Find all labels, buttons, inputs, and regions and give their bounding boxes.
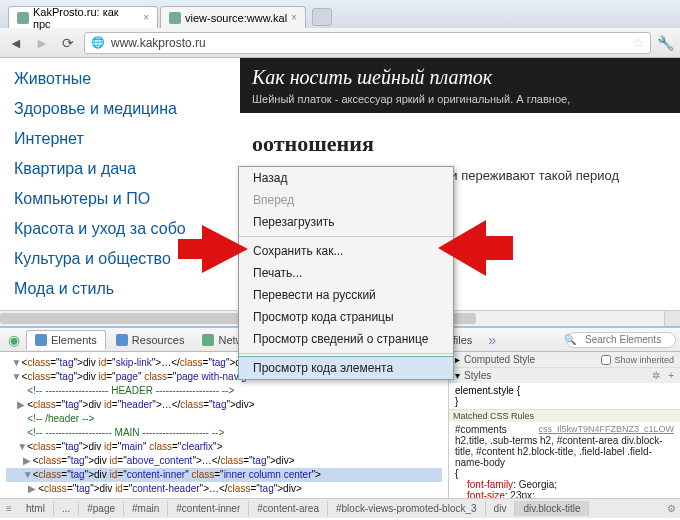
back-button[interactable]: ◄ — [6, 33, 26, 53]
breadcrumb-item[interactable]: ... — [54, 501, 79, 516]
context-menu-item[interactable]: Перезагрузить — [239, 211, 453, 233]
matched-rules-label: Matched CSS Rules — [449, 410, 680, 422]
banner-title: Как носить шейный платок — [252, 66, 668, 89]
css-property[interactable]: font-size: 23px; — [455, 490, 674, 498]
gear-icon[interactable]: ✲ — [652, 370, 660, 381]
devtools-dock-icon[interactable]: ◉ — [4, 330, 24, 350]
context-menu: НазадВпередПерезагрузитьСохранить как...… — [238, 166, 454, 380]
url-text: www.kakprosto.ru — [111, 36, 206, 50]
dom-node[interactable]: ▼<class="tag">div id="content-inner" cla… — [6, 468, 442, 482]
context-menu-item[interactable]: Печать... — [239, 262, 453, 284]
sidebar-link[interactable]: Здоровье и медицина — [14, 94, 226, 124]
computed-style-header[interactable]: ▸ Computed Style Show inherited — [449, 352, 680, 367]
close-icon[interactable]: × — [291, 12, 297, 23]
dom-node[interactable]: ▼<class="tag">div id="main" class="clear… — [6, 440, 442, 454]
breadcrumb-item[interactable]: #content-inner — [168, 501, 249, 516]
dom-node[interactable]: <!-- -------------------- MAIN ---------… — [6, 426, 442, 440]
address-bar: ◄ ► ⟳ 🌐 www.kakprosto.ru ☆ 🔧 — [0, 28, 680, 58]
svg-marker-0 — [178, 225, 248, 273]
globe-icon: 🌐 — [91, 36, 105, 49]
styles-section-header[interactable]: ▾ Styles ✲ + — [449, 368, 680, 383]
resources-icon — [116, 334, 128, 346]
article-banner: Как носить шейный платок Шейный платок -… — [240, 58, 680, 113]
devtools-tab-resources[interactable]: Resources — [108, 331, 193, 349]
dom-node[interactable]: <!-- ------------------- HEADER --------… — [6, 384, 442, 398]
devtools-options-icon[interactable]: ≡ — [0, 503, 18, 514]
close-icon[interactable]: × — [143, 12, 149, 23]
breadcrumb-item[interactable]: html — [18, 501, 54, 516]
element-style-rule[interactable]: element.style { } — [449, 383, 680, 409]
browser-tab-strip: KakProsto.ru: как прс × view-source:www.… — [0, 0, 680, 28]
devtools-styles-pane: ▸ Computed Style Show inherited ▾ Styles… — [448, 352, 680, 498]
dom-node[interactable]: ▶<class="tag">div id="above_content">…</… — [6, 454, 442, 468]
favicon — [169, 12, 181, 24]
breadcrumb-item[interactable]: div — [486, 501, 516, 516]
devtools-settings-icon[interactable]: ⚙ — [662, 503, 680, 514]
breadcrumb-item[interactable]: div.block-title — [515, 501, 589, 516]
scrollbar-right-button[interactable] — [664, 311, 680, 326]
page-viewport: Животные Здоровье и медицина Интернет Кв… — [0, 58, 680, 310]
browser-tab-0[interactable]: KakProsto.ru: как прс × — [8, 6, 158, 28]
rule-source-link[interactable]: css_Il5kwT9N4FFZBNZ3_c1LOW — [538, 424, 674, 434]
favicon — [17, 12, 29, 24]
search-icon: 🔍 — [564, 334, 576, 345]
breadcrumb-item[interactable]: #main — [124, 501, 168, 516]
sidebar-link[interactable]: Животные — [14, 64, 226, 94]
dom-node[interactable]: ▶<class="tag">div id="content-header">…<… — [6, 482, 442, 496]
annotation-arrow-left — [178, 219, 248, 279]
sidebar-link[interactable]: Квартира и дача — [14, 154, 226, 184]
context-menu-item[interactable]: Перевести на русский — [239, 284, 453, 306]
context-menu-item: Вперед — [239, 189, 453, 211]
show-inherited-checkbox[interactable]: Show inherited — [601, 355, 674, 365]
add-rule-icon[interactable]: + — [668, 370, 674, 381]
article-title: оотношения — [252, 131, 668, 157]
dom-node[interactable]: ▶<class="tag">div id="header">…</class="… — [6, 398, 442, 412]
context-menu-item[interactable]: Просмотр кода элемента — [238, 356, 454, 380]
url-input[interactable]: 🌐 www.kakprosto.ru ☆ — [84, 32, 651, 54]
devtools-search-input[interactable] — [566, 332, 676, 348]
context-menu-item[interactable]: Просмотр кода страницы — [239, 306, 453, 328]
chevron-down-icon: ▾ — [455, 370, 460, 381]
sidebar-link[interactable]: Интернет — [14, 124, 226, 154]
context-menu-item[interactable]: Сохранить как... — [239, 240, 453, 262]
context-menu-item[interactable]: Назад — [239, 167, 453, 189]
svg-marker-1 — [438, 220, 513, 276]
annotation-arrow-right — [438, 216, 513, 280]
devtools-breadcrumbs: ≡ html...#page#main#content-inner#conten… — [0, 498, 680, 518]
tab-title: KakProsto.ru: как прс — [33, 6, 139, 30]
forward-button[interactable]: ► — [32, 33, 52, 53]
devtools-tab-elements[interactable]: Elements — [26, 330, 106, 350]
browser-tab-1[interactable]: view-source:www.kal × — [160, 6, 306, 28]
reload-button[interactable]: ⟳ — [58, 33, 78, 53]
devtools-search: 🔍 — [550, 332, 676, 348]
wrench-menu-icon[interactable]: 🔧 — [657, 35, 674, 51]
dom-node[interactable]: <!-- /header --> — [6, 412, 442, 426]
breadcrumb-item[interactable]: #block-views-promoted-block_3 — [328, 501, 486, 516]
elements-icon — [35, 334, 47, 346]
breadcrumb-item[interactable]: #content-area — [249, 501, 328, 516]
network-icon — [202, 334, 214, 346]
chevron-right-icon: ▸ — [455, 354, 460, 365]
tab-title: view-source:www.kal — [185, 12, 287, 24]
breadcrumb-item[interactable]: #page — [79, 501, 124, 516]
new-tab-button[interactable] — [312, 8, 332, 26]
css-property[interactable]: font-family: Georgia; — [455, 479, 674, 490]
sidebar-link[interactable]: Компьютеры и ПО — [14, 184, 226, 214]
css-rule[interactable]: css_Il5kwT9N4FFZBNZ3_c1LOW #comments h2.… — [449, 422, 680, 498]
bookmark-star-icon[interactable]: ☆ — [633, 36, 644, 50]
banner-subtitle: Шейный платок - аксессуар яркий и оригин… — [252, 93, 668, 105]
devtools-overflow-icon[interactable]: » — [488, 332, 496, 348]
context-menu-item[interactable]: Просмотр сведений о странице — [239, 328, 453, 350]
